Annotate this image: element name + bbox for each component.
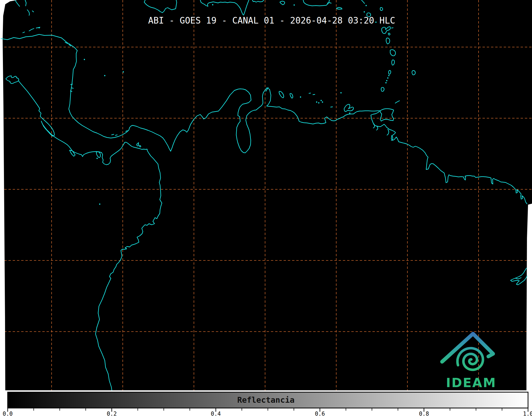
- island-dot: [316, 102, 317, 103]
- island-dot: [84, 59, 85, 60]
- island-dot: [322, 102, 323, 103]
- colorbar-tick-label: 0.8: [419, 411, 429, 417]
- island-dot: [364, 11, 365, 13]
- island-dot: [318, 102, 320, 104]
- island-dot: [99, 204, 101, 205]
- colorbar-tick-label: 1.0: [523, 411, 532, 417]
- colorbar-tick-label: 0.2: [107, 411, 117, 417]
- colorbar: 0.00.20.40.60.81.0 Reflectancia: [0, 391, 532, 417]
- ideam-logo-text: IDEAM: [446, 375, 496, 390]
- island-dot: [212, 4, 213, 6]
- map-area: IDEAM ABI - GOES 19 - CANAL 01 - 2026-04…: [0, 0, 532, 391]
- no-data-region: [526, 204, 532, 391]
- island-dot: [388, 75, 390, 76]
- map-title: ABI - GOES 19 - CANAL 01 - 2026-04-28 03…: [148, 15, 395, 26]
- island-dot: [97, 158, 98, 159]
- island-dot: [366, 5, 367, 6]
- colorbar-tick-label: 0.4: [211, 411, 221, 417]
- map-background: [0, 0, 532, 391]
- island-dot: [385, 82, 387, 84]
- island-dot: [104, 75, 106, 76]
- colorbar-tick-label: 0.6: [315, 411, 325, 417]
- island-dot: [39, 27, 40, 29]
- island-dot: [340, 92, 342, 94]
- island-dot: [321, 100, 322, 101]
- map-canvas: IDEAM ABI - GOES 19 - CANAL 01 - 2026-04…: [0, 0, 532, 391]
- colorbar-tick-label: 0.0: [3, 411, 13, 417]
- island-dot: [349, 113, 351, 114]
- island-dot: [294, 4, 295, 6]
- island-dot: [138, 143, 139, 144]
- colorbar-label: Reflectancia: [237, 395, 295, 405]
- island-dot: [300, 97, 301, 98]
- island-dot: [386, 80, 388, 81]
- island-dot: [123, 71, 124, 73]
- satellite-image-viewer: IDEAM ABI - GOES 19 - CANAL 01 - 2026-04…: [0, 0, 532, 417]
- colorbar-canvas: 0.00.20.40.60.81.0 Reflectancia: [0, 391, 532, 417]
- island-dot: [387, 77, 389, 79]
